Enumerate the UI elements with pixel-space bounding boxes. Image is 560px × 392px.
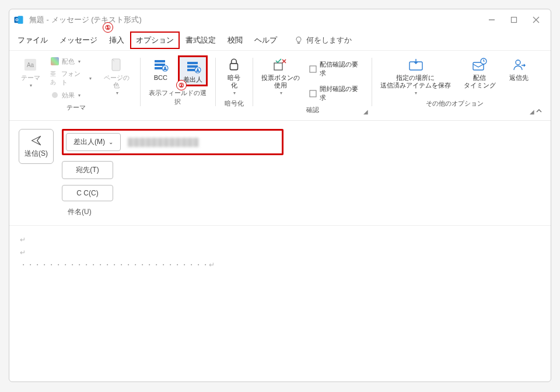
encrypt-button[interactable]: 暗号 化 ▾ <box>221 55 247 97</box>
tellme-search[interactable]: 何をしますか <box>295 35 352 46</box>
fonts-button[interactable]: 亜あ フォント▾ <box>48 68 94 88</box>
bcc-label: BCC <box>154 74 167 82</box>
svg-rect-1 <box>18 16 23 24</box>
delay-icon <box>471 57 488 73</box>
save-location-icon <box>407 57 424 73</box>
ribbon: Aa テーマ ▾ 配色▾ 亜あ フォント▾ <box>9 50 551 117</box>
direct-replies-button[interactable]: 返信先 <box>506 55 532 83</box>
bcc-icon <box>152 57 169 73</box>
from-label: 差出人 <box>183 76 202 83</box>
callout-1: ① <box>103 22 113 33</box>
svg-point-31 <box>516 60 520 65</box>
read-receipt-checkbox[interactable]: 開封確認の要求 <box>306 83 366 103</box>
window-controls <box>487 15 541 25</box>
read-receipt-label: 開封確認の要求 <box>320 85 363 102</box>
svg-point-21 <box>197 68 198 70</box>
lightbulb-icon <box>295 36 303 44</box>
group-encrypt: 暗号 化 ▾ 暗号化 <box>218 54 250 117</box>
menu-options[interactable]: オプション <box>130 32 180 49</box>
paragraph-mark: ↵ <box>20 234 540 247</box>
delay-label: 配信 タイミング <box>464 74 496 89</box>
ribbon-collapse-button[interactable] <box>536 107 546 117</box>
colors-label: 配色 <box>62 57 75 66</box>
svg-rect-22 <box>230 64 238 70</box>
delay-delivery-button[interactable]: 配信 タイミング <box>461 55 498 90</box>
tracking-dialog-launcher[interactable]: ◢ <box>363 108 368 115</box>
tellme-label: 何をしますか <box>306 35 352 46</box>
svg-point-3 <box>16 19 18 21</box>
svg-rect-23 <box>274 63 282 70</box>
voting-label: 投票ボタンの 使用 <box>261 74 300 89</box>
effects-button[interactable]: 効果▾ <box>48 89 94 101</box>
paragraph-mark: ↵ <box>20 247 540 260</box>
themes-label: テーマ <box>21 74 40 82</box>
themes-icon: Aa <box>22 57 38 73</box>
menu-format[interactable]: 書式設定 <box>180 32 222 49</box>
svg-rect-27 <box>310 90 316 97</box>
chevron-down-icon: ⌄ <box>108 139 113 145</box>
fonts-label: フォント <box>61 69 86 87</box>
from-field-button[interactable]: 差出人(M) ⌄ <box>66 133 121 151</box>
themes-button[interactable]: Aa テーマ ▾ <box>18 55 43 89</box>
encrypt-label: 暗号 化 <box>228 74 240 89</box>
save-sent-button[interactable]: 指定の場所に 送信済みアイテムを保存 ▾ <box>378 55 453 97</box>
titlebar: 無題 - メッセージ (テキスト形式) <box>9 9 551 30</box>
group-more-label: その他のオプション <box>378 99 532 108</box>
bcc-button[interactable]: BCC <box>148 55 173 83</box>
cc-field-button[interactable]: C C(C) <box>62 185 113 201</box>
effects-label: 効果 <box>62 91 75 100</box>
pagecolor-label: ページの色 <box>101 74 132 89</box>
group-fields-label: 表示フィールドの選択 <box>146 89 209 106</box>
window-title: 無題 - メッセージ (テキスト形式) <box>29 15 487 25</box>
to-field-button[interactable]: 宛先(T) <box>62 161 113 179</box>
svg-rect-11 <box>112 59 120 71</box>
delivery-receipt-checkbox[interactable]: 配信確認の要求 <box>306 59 366 79</box>
message-body[interactable]: ↵ ↵ ・・・・・・・・・・・・・・・・・・・・・・・・・・・↵ <box>9 225 551 280</box>
svg-rect-5 <box>512 18 517 23</box>
palette-icon <box>50 57 60 66</box>
colors-button[interactable]: 配色▾ <box>48 55 94 67</box>
font-icon: 亜あ <box>50 74 59 83</box>
page-color-icon <box>108 57 125 73</box>
group-tracking-label: 確認 <box>259 106 366 114</box>
send-icon <box>29 135 43 146</box>
voting-button[interactable]: 投票ボタンの 使用 ▾ <box>259 55 301 97</box>
checkbox-icon <box>309 89 318 98</box>
effects-icon <box>50 90 60 100</box>
menu-file[interactable]: ファイル <box>12 32 54 49</box>
reply-to-icon <box>511 57 527 73</box>
svg-rect-12 <box>155 60 165 62</box>
menu-insert[interactable]: 挿入 <box>103 32 130 49</box>
from-value: ████████████ <box>128 138 200 146</box>
delivery-receipt-label: 配信確認の要求 <box>320 60 363 78</box>
minimize-button[interactable] <box>487 15 497 25</box>
lock-icon <box>226 57 242 73</box>
more-dialog-launcher[interactable]: ◢ <box>530 108 534 115</box>
outlook-compose-window: 無題 - メッセージ (テキスト形式) ① ファイル メッセージ 挿入 オプショ… <box>9 9 551 382</box>
from-button[interactable]: ② 差出人 <box>178 55 208 86</box>
group-theme: Aa テーマ ▾ 配色▾ 亜あ フォント▾ <box>14 54 138 117</box>
chevron-down-icon: ▾ <box>30 83 32 88</box>
menu-review[interactable]: 校閲 <box>222 32 249 49</box>
menubar: ① ファイル メッセージ 挿入 オプション 書式設定 校閲 ヘルプ 何をしますか <box>9 30 551 50</box>
svg-point-10 <box>52 92 58 98</box>
group-encrypt-label: 暗号化 <box>221 99 247 108</box>
menu-message[interactable]: メッセージ <box>54 32 103 49</box>
body-dots: ・・・・・・・・・・・・・・・・・・・・・・・・・・・↵ <box>20 259 540 272</box>
outlook-icon <box>13 14 24 26</box>
svg-point-16 <box>164 66 166 68</box>
maximize-button[interactable] <box>509 15 519 25</box>
close-button[interactable] <box>531 15 541 25</box>
group-show-fields: BCC ② 差出人 表示フィールドの選択 <box>143 54 212 117</box>
svg-rect-26 <box>310 66 316 72</box>
group-tracking: 投票ボタンの 使用 ▾ 配信確認の要求 開封確認の要求 確認 ◢ <box>256 54 369 117</box>
from-row-highlight: 差出人(M) ⌄ ████████████ <box>62 129 284 155</box>
send-button[interactable]: 送信(S) <box>19 129 54 164</box>
subject-label: 件名(U) <box>68 207 92 217</box>
group-theme-label: テーマ <box>18 103 134 112</box>
menu-help[interactable]: ヘルプ <box>249 32 283 49</box>
save-sent-label: 指定の場所に 送信済みアイテムを保存 <box>380 74 451 89</box>
pagecolor-button[interactable]: ページの色 ▾ <box>99 55 134 97</box>
svg-rect-17 <box>187 62 198 64</box>
svg-text:Aa: Aa <box>27 62 34 68</box>
